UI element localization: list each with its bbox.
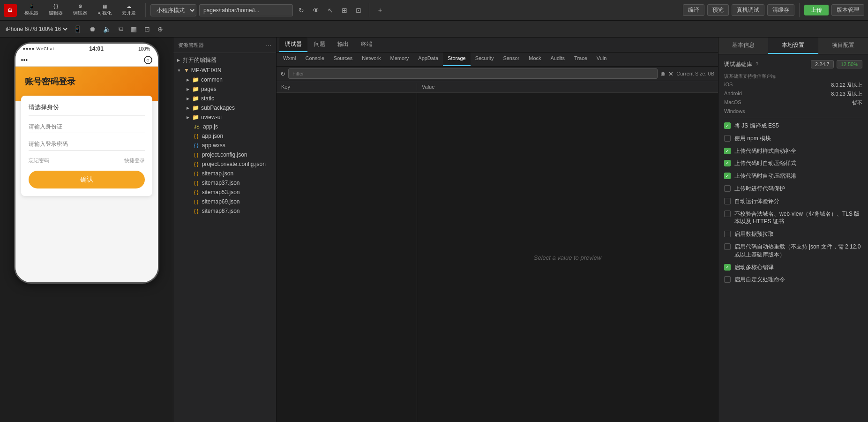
app-wxss-file[interactable]: { } app.wxss (173, 141, 276, 150)
project-config-label: project.config.json (200, 151, 247, 158)
phone-confirm-btn[interactable]: 确认 (29, 171, 145, 188)
subtab-trace[interactable]: Trace (569, 53, 592, 66)
layout-btn[interactable]: ▦ (128, 24, 140, 34)
refresh-btn[interactable]: ↻ (296, 6, 307, 15)
real-debug-btn[interactable]: 真机调试 (732, 4, 764, 16)
grid-btn[interactable]: ⊞ (339, 6, 350, 15)
checkbox-6[interactable] (724, 198, 731, 204)
sitemap-icon: { } (194, 171, 198, 176)
checkbox-0[interactable]: ✓ (724, 122, 731, 129)
phone-id-input[interactable] (29, 121, 145, 133)
path-input[interactable] (199, 4, 293, 16)
cloud-btn[interactable]: ☁ 云开发 (117, 2, 141, 18)
debugger-btn[interactable]: ⚙ 调试器 (68, 2, 92, 18)
root-folder[interactable]: ▼ ▼ MP-WEIXIN (173, 66, 276, 75)
checkbox-11[interactable] (724, 276, 731, 283)
uview-ui-folder[interactable]: ▶ 📁 uview-ui (173, 113, 276, 122)
cursor-btn[interactable]: ↖ (325, 6, 336, 15)
checkbox-3[interactable]: ✓ (724, 160, 731, 166)
phone-password-input[interactable] (29, 138, 145, 151)
storage-filter-input[interactable] (288, 68, 658, 79)
tab-debugger[interactable]: 调试器 (279, 38, 307, 52)
project-config-file[interactable]: { } project.config.json (173, 150, 276, 159)
checkbox-10[interactable]: ✓ (724, 264, 731, 271)
sitemap87-file[interactable]: { } sitemap87.json (173, 206, 276, 216)
checkbox-1[interactable] (724, 135, 731, 142)
simulator-btn[interactable]: 📱 模拟器 (20, 2, 43, 18)
checkbox-4[interactable]: ✓ (724, 173, 731, 179)
preview-btn[interactable]: 预览 (707, 4, 729, 16)
audio-btn[interactable]: 🔈 (100, 24, 114, 34)
simulator-panel: ●●●● WeChat 14:01 100% ••• ⊙ 账号密码登录 请选择身… (0, 38, 173, 422)
fullscreen-btn[interactable]: ⊡ (142, 24, 153, 34)
open-editors-section[interactable]: ▶ 打开的编辑器 (173, 55, 276, 66)
subtab-mock[interactable]: Mock (524, 53, 546, 66)
project-private-config-icon: { } (194, 162, 198, 167)
toolbar-sep-1 (145, 3, 146, 17)
storage-clear-filter-btn[interactable]: ⊗ (660, 70, 666, 77)
subtab-wxml[interactable]: Wxml (278, 53, 301, 66)
checkbox-5[interactable] (724, 185, 731, 192)
add-btn[interactable]: ＋ (374, 5, 386, 15)
record-btn[interactable]: ⏺ (86, 24, 98, 34)
phone-quick-login-link[interactable]: 快捷登录 (124, 157, 145, 164)
storage-delete-btn[interactable]: ✕ (668, 70, 673, 77)
tab-terminal[interactable]: 终端 (355, 38, 378, 52)
phone-forgot-link[interactable]: 忘记密码 (29, 157, 49, 164)
debug-lib-version[interactable]: 2.24.7 (811, 60, 834, 68)
sitemap37-label: sitemap37.json (200, 180, 239, 186)
pages-folder[interactable]: ▶ 📁 pages (173, 84, 276, 94)
debug-lib-tooltip-icon[interactable]: ? (756, 62, 758, 67)
subtab-appdata[interactable]: AppData (413, 53, 443, 66)
sitemap37-file[interactable]: { } sitemap37.json (173, 178, 276, 188)
explorer-more-btn[interactable]: ··· (266, 41, 271, 49)
app-js-file[interactable]: JS app.js (173, 122, 276, 131)
tab-output[interactable]: 输出 (332, 38, 354, 52)
sitemap-file[interactable]: { } sitemap.json (173, 169, 276, 178)
sitemap69-file[interactable]: { } sitemap69.json (173, 197, 276, 206)
subtab-sources[interactable]: Sources (329, 53, 357, 66)
version-mgr-btn[interactable]: 版本管理 (831, 4, 864, 16)
mode-select[interactable]: 小程序模式 插件模式 代码片段 (150, 4, 196, 16)
storage-refresh-btn[interactable]: ↻ (280, 70, 285, 77)
static-folder[interactable]: ▶ 📁 static (173, 94, 276, 103)
subtab-memory[interactable]: Memory (386, 53, 414, 66)
eye-btn[interactable]: 👁 (310, 6, 322, 15)
common-folder[interactable]: ▶ 📁 common (173, 75, 276, 84)
right-tab-local[interactable]: 本地设置 (768, 38, 818, 54)
split-view-btn[interactable]: ⧉ (116, 24, 126, 34)
clear-btn[interactable]: 清缓存 (767, 4, 794, 16)
phone-status-bar: ●●●● WeChat 14:01 100% (15, 44, 158, 54)
subtab-audits[interactable]: Audits (546, 53, 570, 66)
checkbox-8[interactable] (724, 231, 731, 237)
checkbox-7[interactable] (724, 211, 731, 217)
tab-problems[interactable]: 问题 (308, 38, 331, 52)
device-select[interactable]: iPhone 6/7/8 100% 16 iPhone X iPhone 12 (4, 25, 69, 33)
visual-btn[interactable]: ▦ 可视化 (93, 2, 116, 18)
phone-home-icon[interactable]: ⊙ (144, 56, 152, 64)
sitemap53-file[interactable]: { } sitemap53.json (173, 188, 276, 197)
checkbox-2[interactable]: ✓ (724, 148, 731, 154)
app-json-file[interactable]: { } app.json (173, 131, 276, 141)
devtools-sub-tabs: Wxml Console Sources Network Memory AppD… (277, 53, 718, 67)
phone-battery: 100% (138, 46, 150, 52)
compile-btn[interactable]: 编译 (683, 4, 704, 16)
subtab-network[interactable]: Network (357, 53, 385, 66)
subtab-storage[interactable]: Storage (443, 53, 471, 66)
phone-menu-icon[interactable]: ••• (21, 56, 28, 64)
rotate-btn[interactable]: ⊕ (155, 24, 166, 34)
upload-btn[interactable]: 上传 (804, 5, 829, 15)
project-private-config-file[interactable]: { } project.private.config.json (173, 159, 276, 169)
subtab-vuln[interactable]: Vuln (592, 53, 612, 66)
subpackages-folder[interactable]: ▶ 📁 subPackages (173, 103, 276, 113)
more-btn[interactable]: ⊡ (353, 6, 364, 15)
subtab-sensor[interactable]: Sensor (498, 53, 524, 66)
checkbox-9[interactable] (724, 243, 731, 250)
subtab-console[interactable]: Console (301, 53, 329, 66)
phone-role-select[interactable]: 请选择身份 (29, 103, 145, 112)
subtab-security[interactable]: Security (471, 53, 499, 66)
right-tab-basic[interactable]: 基本信息 (718, 38, 768, 54)
phone-view-btn[interactable]: 📱 (71, 24, 84, 34)
right-tab-project[interactable]: 项目配置 (818, 38, 868, 54)
editor-btn[interactable]: { } 编辑器 (44, 2, 67, 18)
